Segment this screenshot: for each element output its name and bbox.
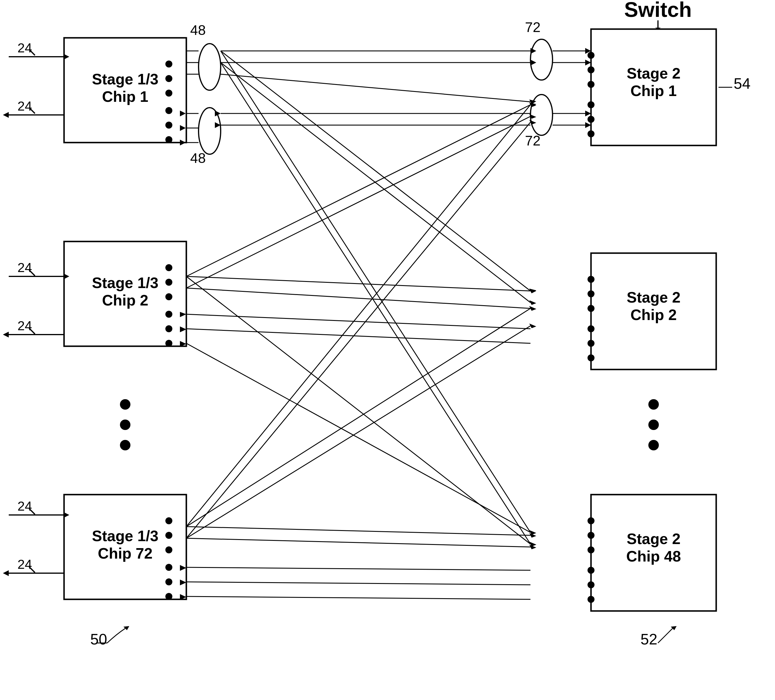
s2chip1-dot1 <box>587 52 594 59</box>
chip72-dot1 <box>165 517 172 524</box>
stage13-chip2-label: Stage 1/3 <box>92 274 158 291</box>
network-diagram: Stage 1/3 Chip 1 Stage 1/3 Chip 2 Stage … <box>0 0 775 700</box>
chip1-dot2 <box>165 75 172 82</box>
chip2-dot3 <box>165 293 172 300</box>
chip72-dot5 <box>165 578 172 586</box>
label-24-6: 24 <box>17 557 32 572</box>
s2chip2-dot3 <box>587 305 594 312</box>
diagram-container: Stage 1/3 Chip 1 Stage 1/3 Chip 2 Stage … <box>0 0 775 700</box>
stage13-chip72-label: Stage 1/3 <box>92 527 158 544</box>
chip1-dot1 <box>165 61 172 68</box>
label-72-bot: 72 <box>525 133 541 148</box>
stage2-chip48-label2: Chip 48 <box>626 548 681 565</box>
s2chip48-dot6 <box>587 596 594 603</box>
s2chip48-dot1 <box>587 517 594 524</box>
label-50: 50 <box>90 631 107 648</box>
label-24-4: 24 <box>17 318 32 333</box>
vert-dot3 <box>120 440 130 450</box>
s2chip48-dot4 <box>587 567 594 574</box>
chip1-dot6 <box>165 136 172 143</box>
s2chip2-dot6 <box>587 354 594 362</box>
stage2-chip1-label2: Chip 1 <box>630 82 677 99</box>
stage13-chip1-label2: Chip 1 <box>102 88 148 105</box>
chip1-dot3 <box>165 90 172 96</box>
label-72-top: 72 <box>525 20 541 35</box>
s2chip2-dot2 <box>587 290 594 297</box>
chip2-dot4 <box>165 311 172 318</box>
s2chip1-dot5 <box>587 116 594 123</box>
chip2-dot5 <box>165 325 172 332</box>
chip1-dot5 <box>165 122 172 129</box>
vert-dot-r2 <box>649 420 659 430</box>
stage13-chip72-label2: Chip 72 <box>98 545 153 562</box>
s2chip1-dot3 <box>587 81 594 88</box>
s2chip1-dot2 <box>587 66 594 73</box>
vert-dot1 <box>120 399 130 410</box>
chip72-dot6 <box>165 593 172 600</box>
label-52: 52 <box>640 631 657 648</box>
s2chip2-dot5 <box>587 340 594 347</box>
stage2-chip2-label: Stage 2 <box>627 289 681 306</box>
chip72-dot2 <box>165 532 172 539</box>
s2chip48-dot3 <box>587 546 594 553</box>
s2chip48-dot5 <box>587 581 594 588</box>
label-24-3: 24 <box>17 260 32 275</box>
s2chip2-dot1 <box>587 276 594 283</box>
s2chip1-dot6 <box>587 130 594 137</box>
vert-dot-r3 <box>649 440 659 450</box>
s2chip2-dot4 <box>587 325 594 332</box>
chip2-dot6 <box>165 340 172 347</box>
s2chip48-dot2 <box>587 532 594 539</box>
chip2-dot1 <box>165 264 172 271</box>
stage2-chip1-label: Stage 2 <box>627 65 681 82</box>
vert-dot-r1 <box>649 399 659 410</box>
chip2-dot2 <box>165 279 172 286</box>
label-24-2: 24 <box>17 99 32 113</box>
label-24-1: 24 <box>17 40 32 55</box>
stage2-chip48-label: Stage 2 <box>627 531 681 547</box>
chip72-dot3 <box>165 546 172 553</box>
stage13-chip1-label: Stage 1/3 <box>92 71 158 88</box>
stage2-chip2-label2: Chip 2 <box>630 306 677 323</box>
s2chip1-dot4 <box>587 101 594 108</box>
label-48-bot: 48 <box>190 151 206 166</box>
chip72-dot4 <box>165 564 172 571</box>
vert-dot2 <box>120 420 130 430</box>
switch-label: Switch <box>624 0 692 21</box>
label-54: 54 <box>733 75 750 92</box>
label-48-top: 48 <box>190 22 206 38</box>
stage13-chip2-label2: Chip 2 <box>102 292 148 309</box>
label-24-5: 24 <box>17 499 32 514</box>
chip1-dot4 <box>165 107 172 114</box>
